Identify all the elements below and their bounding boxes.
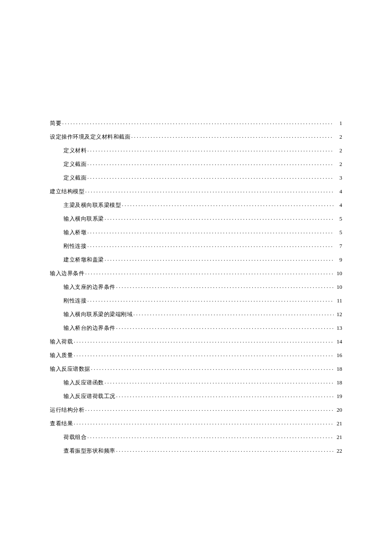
toc-entry: 荷载组合21 (50, 433, 342, 440)
toc-leader-dots (87, 147, 334, 152)
toc-entry: 简要1 (50, 119, 342, 126)
toc-entry-title: 输入桥墩 (63, 230, 86, 235)
toc-leader-dots (122, 201, 334, 207)
toc-leader-dots (87, 433, 334, 439)
toc-entry: 查看结果21 (50, 420, 342, 426)
toc-entry-page: 9 (334, 257, 342, 262)
toc-entry-page: 22 (334, 448, 342, 453)
toc-entry: 输入荷载14 (50, 338, 342, 344)
toc-entry-title: 输入横向联系梁的梁端刚域 (63, 311, 133, 317)
toc-entry-page: 14 (334, 339, 342, 344)
toc-leader-dots (74, 352, 334, 357)
toc-entry: 定义材料2 (50, 147, 342, 153)
toc-entry-title: 定义材料 (63, 148, 86, 153)
toc-leader-dots (62, 119, 334, 125)
toc-entry-page: 11 (334, 298, 342, 303)
toc-entry: 建立结构模型4 (50, 188, 342, 194)
toc-leader-dots (131, 133, 334, 139)
toc-entry-title: 主梁及横向联系梁模型 (63, 202, 121, 208)
toc-entry: 查看振型形状和频率22 (50, 447, 342, 453)
toc-entry-title: 输入荷载 (50, 339, 73, 344)
toc-entry-page: 18 (334, 366, 342, 372)
toc-entry-page: 10 (334, 270, 342, 276)
toc-leader-dots (116, 283, 334, 289)
toc-entry-page: 2 (334, 161, 342, 167)
toc-entry-page: 4 (334, 202, 342, 208)
toc-entry-title: 荷载组合 (63, 434, 86, 440)
toc-leader-dots (87, 297, 334, 302)
toc-entry-title: 运行结构分析 (50, 407, 84, 413)
toc-leader-dots (133, 311, 334, 316)
toc-entry-title: 输入边界条件 (50, 270, 84, 276)
table-of-contents: 简要1设定操作环境及定义材料和截面2定义材料2定义截面2定义截面3建立结构模型4… (50, 119, 342, 453)
toc-leader-dots (87, 174, 334, 180)
toc-entry-page: 7 (334, 243, 342, 249)
toc-entry: 输入反应谱荷载工况19 (50, 392, 342, 399)
toc-entry-page: 5 (334, 216, 342, 221)
toc-entry-title: 查看振型形状和频率 (63, 448, 115, 453)
toc-entry-title: 输入质量 (50, 352, 73, 358)
toc-entry-title: 定义截面 (63, 161, 86, 167)
toc-entry-title: 简要 (50, 120, 61, 126)
toc-leader-dots (116, 392, 334, 398)
toc-entry-title: 建立桥墩和盖梁 (63, 257, 104, 262)
toc-entry-page: 10 (334, 284, 342, 290)
toc-leader-dots (87, 160, 334, 166)
toc-entry: 输入反应谱数据18 (50, 365, 342, 372)
toc-leader-dots (87, 242, 334, 248)
toc-entry: 输入桥墩5 (50, 229, 342, 235)
toc-entry: 定义截面3 (50, 174, 342, 180)
toc-leader-dots (105, 215, 334, 221)
toc-leader-dots (74, 338, 334, 343)
toc-entry-page: 18 (334, 380, 342, 385)
toc-entry-title: 输入反应谱数据 (50, 366, 90, 372)
toc-leader-dots (74, 420, 334, 425)
toc-entry-page: 2 (334, 148, 342, 153)
toc-entry-page: 5 (334, 230, 342, 235)
toc-entry: 输入质量16 (50, 352, 342, 358)
toc-entry: 输入边界条件10 (50, 270, 342, 276)
toc-entry: 设定操作环境及定义材料和截面2 (50, 133, 342, 139)
toc-entry-title: 查看结果 (50, 421, 73, 426)
toc-entry-title: 设定操作环境及定义材料和截面 (50, 134, 130, 139)
toc-entry-page: 21 (334, 421, 342, 426)
toc-entry-page: 1 (334, 120, 342, 126)
toc-entry-title: 定义截面 (63, 175, 86, 180)
toc-entry-page: 20 (334, 407, 342, 413)
toc-leader-dots (116, 447, 334, 453)
toc-leader-dots (91, 365, 334, 371)
toc-entry: 输入横向联系梁5 (50, 215, 342, 221)
toc-entry: 输入横向联系梁的梁端刚域12 (50, 311, 342, 317)
toc-entry-page: 16 (334, 352, 342, 358)
toc-leader-dots (85, 406, 334, 412)
toc-leader-dots (105, 256, 334, 262)
toc-entry-title: 建立结构模型 (50, 189, 84, 194)
toc-entry: 运行结构分析20 (50, 406, 342, 413)
toc-entry: 刚性连接11 (50, 297, 342, 303)
toc-entry-page: 21 (334, 434, 342, 440)
toc-entry-page: 4 (334, 189, 342, 194)
toc-entry-title: 输入支座的边界条件 (63, 284, 115, 290)
toc-leader-dots (87, 229, 334, 234)
toc-entry: 建立桥墩和盖梁9 (50, 256, 342, 262)
toc-entry-title: 输入反应谱函数 (63, 380, 104, 385)
toc-entry-title: 输入桥台的边界条件 (63, 325, 115, 331)
toc-entry: 输入支座的边界条件10 (50, 283, 342, 290)
toc-entry-page: 19 (334, 393, 342, 399)
toc-entry-title: 刚性连接 (63, 243, 86, 249)
toc-entry-title: 输入反应谱荷载工况 (63, 393, 115, 399)
toc-entry-title: 刚性连接 (63, 298, 86, 303)
toc-leader-dots (85, 270, 334, 275)
toc-entry-page: 12 (334, 311, 342, 317)
toc-entry: 刚性连接7 (50, 242, 342, 249)
toc-entry-title: 输入横向联系梁 (63, 216, 104, 221)
toc-entry: 主梁及横向联系梁模型4 (50, 201, 342, 208)
toc-entry: 定义截面2 (50, 160, 342, 167)
toc-entry: 输入桥台的边界条件13 (50, 324, 342, 331)
toc-leader-dots (85, 188, 334, 193)
toc-leader-dots (116, 324, 334, 330)
toc-entry-page: 13 (334, 325, 342, 331)
toc-entry-page: 3 (334, 175, 342, 180)
toc-leader-dots (105, 379, 334, 384)
toc-entry-page: 2 (334, 134, 342, 139)
